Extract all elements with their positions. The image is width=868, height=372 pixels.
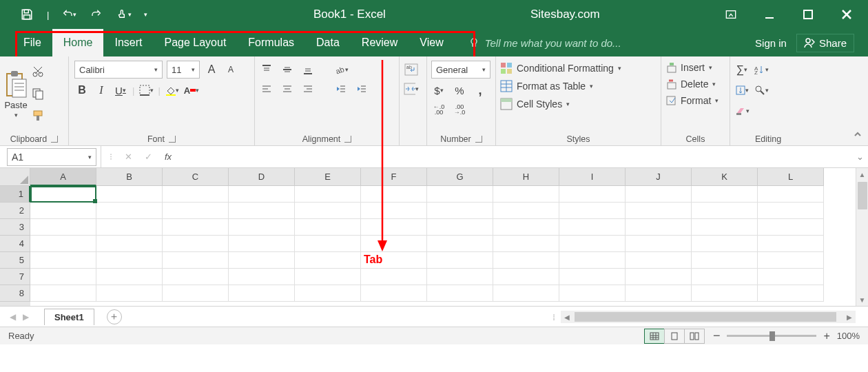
percent-format-icon[interactable]: % bbox=[452, 83, 467, 98]
column-header[interactable]: E bbox=[295, 168, 361, 186]
cell[interactable] bbox=[493, 203, 559, 219]
tab-insert[interactable]: Insert bbox=[103, 29, 153, 56]
cell[interactable] bbox=[758, 203, 824, 219]
cell[interactable] bbox=[758, 252, 824, 269]
formula-input[interactable] bbox=[185, 148, 851, 166]
cut-icon[interactable] bbox=[30, 64, 45, 79]
align-center-icon[interactable] bbox=[280, 81, 295, 96]
cell[interactable] bbox=[427, 203, 493, 219]
hsplit-handle[interactable]: ⁞ bbox=[552, 312, 557, 322]
row-header[interactable]: 2 bbox=[0, 203, 30, 219]
cell[interactable] bbox=[163, 203, 229, 219]
cell[interactable] bbox=[427, 269, 493, 285]
qat-customize-icon[interactable]: ▾ bbox=[144, 11, 147, 18]
zoom-knob[interactable] bbox=[769, 331, 775, 341]
cell[interactable] bbox=[758, 186, 824, 203]
close-icon[interactable] bbox=[839, 7, 854, 22]
format-as-table-button[interactable]: Format as Table▾ bbox=[500, 80, 657, 92]
cell[interactable] bbox=[493, 219, 559, 236]
tab-formulas[interactable]: Formulas bbox=[237, 29, 305, 56]
cell[interactable] bbox=[96, 285, 163, 302]
tab-data[interactable]: Data bbox=[305, 29, 351, 56]
cell[interactable] bbox=[626, 252, 692, 269]
cell[interactable] bbox=[493, 252, 559, 269]
accounting-format-icon[interactable]: $▾ bbox=[431, 83, 446, 98]
expand-formula-bar-icon[interactable]: ⌄ bbox=[851, 152, 868, 162]
cell[interactable] bbox=[295, 203, 361, 219]
vscroll-thumb[interactable] bbox=[858, 182, 867, 209]
cell[interactable] bbox=[361, 203, 427, 219]
tab-page-layout[interactable]: Page Layout bbox=[153, 29, 237, 56]
cell[interactable] bbox=[758, 236, 824, 252]
cell[interactable] bbox=[229, 219, 295, 236]
cell[interactable] bbox=[163, 269, 229, 285]
zoom-out-button[interactable]: − bbox=[713, 329, 721, 343]
row-header[interactable]: 5 bbox=[0, 252, 30, 269]
redo-icon[interactable] bbox=[89, 7, 104, 22]
cell[interactable] bbox=[692, 252, 758, 269]
enter-check-icon[interactable]: ✓ bbox=[145, 152, 152, 162]
undo-icon[interactable]: ▾ bbox=[61, 7, 76, 22]
cell[interactable] bbox=[361, 269, 427, 285]
cell[interactable] bbox=[163, 219, 229, 236]
align-bottom-icon[interactable] bbox=[300, 62, 316, 77]
hscroll-thumb[interactable] bbox=[575, 312, 836, 322]
underline-button[interactable]: U ▾ bbox=[113, 83, 128, 98]
sort-filter-icon[interactable]: AZ▾ bbox=[754, 62, 769, 77]
cell[interactable] bbox=[493, 186, 559, 203]
decrease-font-icon[interactable]: A bbox=[223, 62, 238, 77]
cell-styles-button[interactable]: Cell Styles▾ bbox=[500, 98, 657, 110]
column-header[interactable]: F bbox=[361, 168, 427, 186]
cell[interactable] bbox=[626, 203, 692, 219]
cell[interactable] bbox=[758, 285, 824, 302]
cell[interactable] bbox=[758, 219, 824, 236]
cell[interactable] bbox=[626, 236, 692, 252]
scroll-up-icon[interactable]: ▲ bbox=[856, 168, 868, 180]
cell[interactable] bbox=[626, 219, 692, 236]
cell[interactable] bbox=[559, 285, 626, 302]
name-box[interactable]: A1▾ bbox=[7, 148, 96, 166]
sign-in-link[interactable]: Sign in bbox=[755, 37, 787, 49]
row-header[interactable]: 1 bbox=[0, 186, 30, 203]
active-cell[interactable] bbox=[30, 186, 96, 203]
tab-view[interactable]: View bbox=[409, 29, 454, 56]
increase-font-icon[interactable]: A bbox=[204, 62, 219, 77]
cell[interactable] bbox=[559, 186, 626, 203]
cell[interactable] bbox=[295, 252, 361, 269]
decrease-indent-icon[interactable] bbox=[333, 81, 349, 96]
cell[interactable] bbox=[692, 285, 758, 302]
cell[interactable] bbox=[30, 252, 96, 269]
select-all-button[interactable] bbox=[0, 168, 30, 186]
minimize-icon[interactable] bbox=[762, 7, 777, 22]
find-select-icon[interactable]: ▾ bbox=[754, 83, 769, 98]
cell[interactable] bbox=[96, 269, 163, 285]
hscroll-left-icon[interactable]: ◀ bbox=[561, 311, 573, 323]
cell[interactable] bbox=[427, 219, 493, 236]
cell[interactable] bbox=[229, 236, 295, 252]
tab-file[interactable]: File bbox=[12, 29, 52, 56]
cell[interactable] bbox=[692, 236, 758, 252]
cell[interactable] bbox=[493, 269, 559, 285]
borders-icon[interactable]: ▾ bbox=[138, 83, 154, 98]
font-launcher-icon[interactable] bbox=[169, 136, 176, 143]
cancel-x-icon[interactable]: ✕ bbox=[125, 152, 132, 162]
zoom-slider[interactable] bbox=[727, 335, 816, 337]
sheet-nav-next-icon[interactable]: ▶ bbox=[23, 312, 29, 322]
row-header[interactable]: 8 bbox=[0, 285, 30, 302]
cell[interactable] bbox=[361, 236, 427, 252]
merge-center-icon[interactable]: ▾ bbox=[404, 81, 419, 96]
column-header[interactable]: A bbox=[30, 168, 96, 186]
copy-icon[interactable] bbox=[30, 86, 45, 101]
cell[interactable] bbox=[96, 252, 163, 269]
align-right-icon[interactable] bbox=[300, 81, 316, 96]
cell[interactable] bbox=[361, 285, 427, 302]
view-normal-icon[interactable] bbox=[644, 329, 665, 344]
cell[interactable] bbox=[229, 252, 295, 269]
cell[interactable] bbox=[427, 236, 493, 252]
insert-function-icon[interactable]: fx bbox=[165, 152, 172, 162]
column-header[interactable]: B bbox=[96, 168, 163, 186]
delete-cells-button[interactable]: Delete▾ bbox=[665, 79, 725, 90]
cell[interactable] bbox=[692, 186, 758, 203]
align-top-icon[interactable] bbox=[259, 62, 274, 77]
tell-me-search[interactable]: Tell me what you want to do... bbox=[468, 29, 621, 56]
